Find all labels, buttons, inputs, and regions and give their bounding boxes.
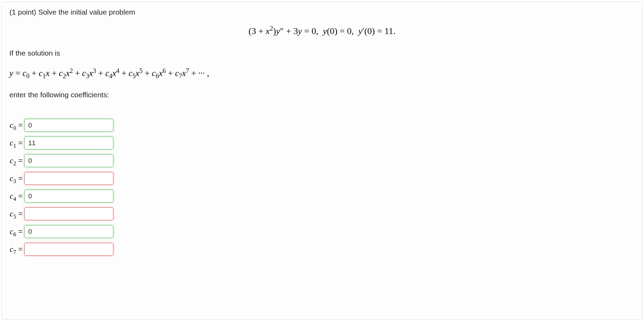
- coefficient-row: c4 =: [9, 189, 114, 203]
- coefficient-row: c0 =: [9, 118, 114, 132]
- coefficient-label-c7: c7 =: [9, 242, 24, 256]
- coefficient-input-c0[interactable]: [24, 119, 113, 132]
- coefficient-cell: [24, 225, 114, 238]
- coefficient-input-c6[interactable]: [24, 225, 113, 238]
- coefficient-cell: [24, 154, 114, 167]
- coefficient-cell: [24, 136, 114, 150]
- coefficient-input-c3[interactable]: [24, 172, 113, 185]
- coefficient-table: c0 =c1 =c2 =c3 =c4 =c5 =c6 =c7 =: [9, 114, 114, 260]
- points-label: (1 point): [9, 8, 38, 16]
- coefficient-row: c2 =: [9, 154, 114, 167]
- coefficient-tbody: c0 =c1 =c2 =c3 =c4 =c5 =c6 =c7 =: [9, 118, 114, 256]
- coefficient-input-c1[interactable]: [24, 137, 113, 149]
- series-expression: y = c0 + c1x + c2x2 + c3x3 + c4x4 + c5x5…: [9, 68, 635, 78]
- coefficient-cell: [24, 172, 114, 185]
- if-solution-text: If the solution is: [9, 49, 635, 57]
- coefficient-label-c5: c5 =: [9, 207, 24, 221]
- coefficient-input-c5[interactable]: [24, 207, 113, 220]
- coefficient-label-c4: c4 =: [9, 189, 24, 203]
- coefficient-label-c6: c6 =: [9, 225, 24, 238]
- equation-display: (3 + x2)y″ + 3y = 0, y(0) = 0, y′(0) = 1…: [9, 26, 635, 36]
- coefficient-cell: [24, 242, 114, 256]
- coefficient-label-c0: c0 =: [9, 118, 24, 132]
- coefficient-input-c2[interactable]: [24, 154, 113, 167]
- coefficient-row: c7 =: [9, 242, 114, 256]
- coefficient-row: c3 =: [9, 172, 114, 185]
- coefficient-cell: [24, 118, 114, 132]
- problem-prompt: (1 point) Solve the initial value proble…: [9, 8, 635, 16]
- coefficient-label-c3: c3 =: [9, 172, 24, 185]
- coefficient-cell: [24, 207, 114, 221]
- coefficient-row: c6 =: [9, 225, 114, 238]
- problem-container: (1 point) Solve the initial value proble…: [1, 1, 643, 320]
- prompt-text: Solve the initial value problem: [38, 8, 135, 16]
- coefficient-input-c4[interactable]: [24, 190, 113, 203]
- coefficient-label-c1: c1 =: [9, 136, 24, 150]
- coefficient-label-c2: c2 =: [9, 154, 24, 167]
- enter-coefficients-text: enter the following coefficients:: [9, 91, 635, 99]
- coefficient-input-c7[interactable]: [24, 243, 113, 256]
- coefficient-cell: [24, 189, 114, 203]
- coefficient-row: c5 =: [9, 207, 114, 221]
- coefficient-row: c1 =: [9, 136, 114, 150]
